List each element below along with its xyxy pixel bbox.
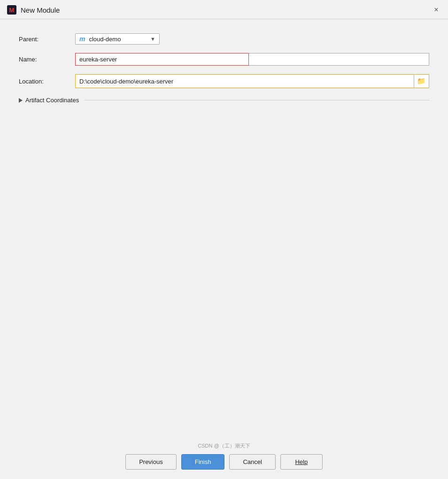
parent-row: Parent: m cloud-demo ▼ bbox=[19, 33, 429, 45]
folder-icon: 📁 bbox=[417, 77, 426, 85]
name-inputs-container bbox=[75, 53, 429, 66]
content-spacer bbox=[0, 237, 448, 436]
artifact-coordinates-row: Artifact Coordinates bbox=[19, 97, 429, 104]
watermark: CSDN @（工）潮天下 bbox=[14, 442, 434, 449]
artifact-coordinates-label: Artifact Coordinates bbox=[25, 97, 79, 104]
title-divider bbox=[0, 19, 448, 19]
chevron-down-icon: ▼ bbox=[150, 36, 155, 42]
new-module-dialog: M New Module × Parent: m cloud-demo ▼ Na… bbox=[0, 0, 448, 479]
app-icon: M bbox=[7, 5, 17, 15]
dialog-content: Parent: m cloud-demo ▼ Name: Location: bbox=[0, 24, 448, 237]
parent-value: cloud-demo bbox=[89, 36, 146, 43]
parent-dropdown[interactable]: m cloud-demo ▼ bbox=[75, 33, 160, 45]
maven-icon: m bbox=[79, 35, 85, 43]
title-bar: M New Module × bbox=[0, 0, 448, 19]
name-row: Name: bbox=[19, 53, 429, 66]
location-label: Location: bbox=[19, 78, 75, 85]
dialog-title: New Module bbox=[21, 6, 60, 14]
finish-button[interactable]: Finish bbox=[181, 454, 225, 470]
location-input[interactable] bbox=[76, 76, 414, 87]
name-primary-input[interactable] bbox=[75, 53, 249, 66]
browse-folder-button[interactable]: 📁 bbox=[414, 75, 429, 88]
help-button[interactable]: Help bbox=[280, 454, 323, 470]
bottom-area: CSDN @（工）潮天下 Previous Finish Cancel Help bbox=[0, 436, 448, 479]
name-label: Name: bbox=[19, 56, 75, 63]
location-wrapper: 📁 bbox=[75, 74, 429, 88]
artifact-coordinates-toggle[interactable]: Artifact Coordinates bbox=[19, 97, 79, 104]
svg-text:M: M bbox=[9, 7, 15, 14]
artifact-divider bbox=[85, 100, 429, 100]
button-row: Previous Finish Cancel Help bbox=[14, 454, 434, 470]
previous-button[interactable]: Previous bbox=[125, 454, 177, 470]
cancel-button[interactable]: Cancel bbox=[229, 454, 275, 470]
close-button[interactable]: × bbox=[431, 5, 441, 15]
parent-label: Parent: bbox=[19, 36, 75, 43]
location-row: Location: 📁 bbox=[19, 74, 429, 88]
name-secondary-input[interactable] bbox=[249, 53, 429, 66]
title-bar-left: M New Module bbox=[7, 5, 60, 15]
triangle-icon bbox=[19, 98, 23, 103]
